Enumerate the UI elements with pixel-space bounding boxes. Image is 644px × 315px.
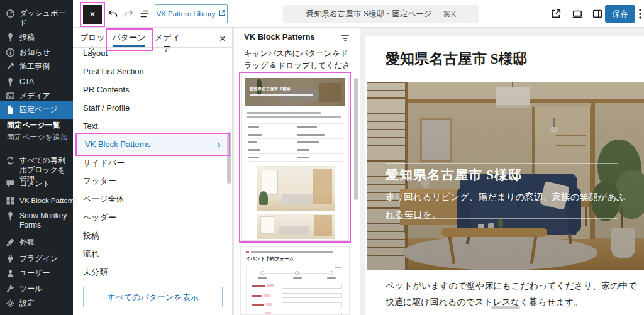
preview-desktop-icon[interactable] <box>571 8 584 20</box>
mini-hero-title: 愛知県名古屋市 S様邸 <box>250 86 291 92</box>
redo-icon[interactable] <box>122 8 135 20</box>
settings-sidebar-toggle-icon[interactable] <box>591 8 604 20</box>
sidebar-item-appearance[interactable]: 外観 <box>0 236 73 249</box>
gear-icon <box>6 299 15 308</box>
pattern-category-layout[interactable]: Layout <box>83 48 108 58</box>
mini-note-mark <box>246 251 249 253</box>
sidebar-item-pages[interactable]: 固定ページ <box>0 101 73 119</box>
block-selection-outline <box>386 219 618 270</box>
pattern-category-posts[interactable]: 投稿 <box>83 230 99 241</box>
plugin-icon <box>6 254 15 263</box>
command-k-shortcut: ⌘K <box>443 9 457 19</box>
sidebar-item-news[interactable]: お知らせ <box>0 46 73 59</box>
pattern-category-header[interactable]: ヘッダー <box>83 212 116 223</box>
document-title-button[interactable]: 愛知県名古屋市 S様邸・固定ページ ⌘K <box>283 5 479 23</box>
pattern-category-uncategorized[interactable]: 未分類 <box>83 267 108 278</box>
sidebar-subitem-add-page[interactable]: 固定ページを追加 <box>7 132 70 143</box>
close-panel-icon[interactable]: × <box>216 33 229 45</box>
pattern-category-vk-block-patterns[interactable]: VK Block Patterns › <box>77 135 228 154</box>
tabs-divider <box>73 47 233 48</box>
mini-text-line <box>247 112 321 114</box>
sidebar-subitem-pages-list[interactable]: 固定ページ一覧 <box>7 120 70 131</box>
media-icon <box>6 91 15 101</box>
wordpress-editor: ダッシュボード 投稿 お知らせ 施工事例 CTA メディア 固定ページ 固定ペー… <box>0 0 644 315</box>
mini-form-title: イベント予約フォーム <box>246 256 294 262</box>
sidebar-item-tools[interactable]: ツール <box>0 282 73 296</box>
mini-form-box <box>246 265 345 315</box>
patterns-scrollbar-thumb[interactable] <box>354 78 358 200</box>
grid-icon <box>6 196 15 206</box>
hammer-icon <box>6 62 15 71</box>
wrench-icon <box>6 284 15 294</box>
filter-icon[interactable] <box>340 33 351 44</box>
patterns-panel-title: VK Block Patterns <box>244 32 315 41</box>
sidebar-item-plugins[interactable]: プラグイン <box>0 252 73 265</box>
pattern-category-pr-contents[interactable]: PR Contents <box>83 85 130 94</box>
pattern-category-post-list-section[interactable]: Post List Section <box>83 67 144 76</box>
pattern-category-staff-profile[interactable]: Staff / Profile <box>83 103 130 113</box>
mini-photo-living-room <box>257 166 335 211</box>
sidebar-item-dashboard[interactable]: ダッシュボード <box>0 7 73 30</box>
list-view-icon[interactable] <box>138 8 151 20</box>
brush-icon <box>6 238 15 247</box>
sidebar-item-users[interactable]: ユーザー <box>0 267 73 280</box>
page-icon <box>6 105 15 114</box>
sidebar-item-vk-block-patterns[interactable]: VK Block Patterns <box>0 194 73 207</box>
sidebar-item-cta[interactable]: CTA <box>0 75 73 89</box>
mini-text-line <box>247 116 341 118</box>
hero-cover-block[interactable]: 愛知県名古屋市 S様邸 走り回れるリビング、陽だまりの窓辺、家族の笑顔があふれる… <box>367 82 644 270</box>
sidebar-item-settings[interactable]: 設定 <box>0 297 73 310</box>
chevron-right-icon: › <box>217 138 221 151</box>
mini-text-line <box>251 251 333 253</box>
pattern-category-flow[interactable]: 流れ <box>83 248 99 260</box>
external-link-icon <box>218 9 226 18</box>
comment-icon <box>6 179 15 189</box>
pattern-preview-construction-case[interactable]: 愛知県名古屋市 S様邸 <box>241 74 349 241</box>
close-inserter-button[interactable]: × <box>83 5 102 24</box>
view-page-icon[interactable] <box>550 8 562 20</box>
mini-hero-image: 愛知県名古屋市 S様邸 <box>245 78 345 106</box>
sidebar-item-works[interactable]: 施工事例 <box>0 60 73 73</box>
show-all-patterns-button[interactable]: すべてのパターンを表示 <box>83 287 223 307</box>
user-icon <box>6 268 15 278</box>
admin-sidebar: ダッシュボード 投稿 お知らせ 施工事例 CTA メディア 固定ページ 固定ペー… <box>0 0 73 315</box>
save-button[interactable]: 保存 <box>605 5 635 23</box>
mini-photo-living-room-2 <box>257 214 335 239</box>
paragraph-block[interactable]: ペットがいますので壁や床にもこだわってくださり、家の中で快適に駆け回れるのでスト… <box>386 278 638 311</box>
block-drag-handle[interactable] <box>491 306 520 309</box>
undo-icon[interactable] <box>107 8 119 20</box>
sidebar-item-snow-monkey-forms[interactable]: Snow Monkey Forms <box>0 209 73 232</box>
dashboard-icon <box>6 9 15 18</box>
page-title[interactable]: 愛知県名古屋市 S様邸 <box>386 49 528 69</box>
pattern-preview-event-form[interactable]: イベント予約フォーム <box>240 246 350 315</box>
sidebar-item-comments[interactable]: コメント <box>0 177 73 191</box>
pattern-category-footer[interactable]: フッター <box>83 175 116 187</box>
tab-media[interactable]: メディア <box>151 32 184 55</box>
pattern-category-sidebar[interactable]: サイドバー <box>83 157 125 169</box>
block-divider-line <box>365 312 644 312</box>
pattern-category-full-page[interactable]: ページ全体 <box>83 194 125 205</box>
inserter-scrollbar-thumb[interactable] <box>227 132 231 184</box>
vk-pattern-library-button[interactable]: VK Pattern Library <box>155 4 228 23</box>
options-kebab-icon[interactable] <box>636 8 644 20</box>
hero-heading[interactable]: 愛知県名古屋市 S様邸 <box>386 166 522 184</box>
pattern-category-text[interactable]: Text <box>83 121 98 131</box>
pushpin-icon <box>6 77 15 87</box>
info-icon <box>6 48 15 57</box>
reusable-blocks-icon <box>6 156 15 165</box>
tab-patterns[interactable]: パターン <box>111 32 147 43</box>
pushpin-icon <box>6 33 15 42</box>
pushpin-icon <box>6 211 15 221</box>
sidebar-item-posts[interactable]: 投稿 <box>0 31 73 44</box>
hero-body-text[interactable]: 走り回れるリビング、陽だまりの窓辺、家族の笑顔があふれる毎日を。 <box>386 189 632 223</box>
